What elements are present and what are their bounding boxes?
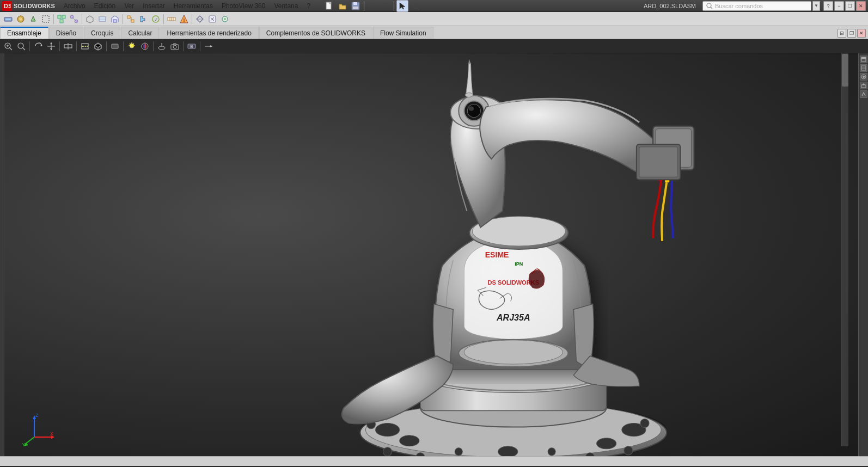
view-sep2 xyxy=(59,41,60,51)
svg-rect-27 xyxy=(127,16,130,19)
search-dropdown[interactable]: ▼ xyxy=(812,1,820,11)
tab-calcular[interactable]: Calcular xyxy=(121,27,159,39)
zoom-select-btn[interactable] xyxy=(409,0,421,12)
search-placeholder: Buscar comandos xyxy=(715,3,763,9)
tab-herramientas-render[interactable]: Herramientas de renderizado xyxy=(160,27,258,39)
side-btn-4[interactable] xyxy=(860,82,867,89)
menu-archivo[interactable]: Archivo xyxy=(59,1,90,11)
tb-assembly1[interactable] xyxy=(56,13,68,25)
svg-point-33 xyxy=(184,21,185,22)
tb-section3[interactable] xyxy=(219,13,231,25)
side-btn-5[interactable] xyxy=(860,90,867,98)
new-btn[interactable] xyxy=(323,0,335,12)
side-btn-2[interactable] xyxy=(860,64,867,72)
view-zoom-fit[interactable] xyxy=(2,40,14,52)
tb-feat3[interactable] xyxy=(27,13,39,25)
tb-smart1[interactable] xyxy=(137,13,149,25)
redo-btn[interactable] xyxy=(380,0,392,12)
svg-marker-7 xyxy=(387,4,389,7)
svg-rect-26 xyxy=(113,20,117,22)
svg-rect-28 xyxy=(131,20,134,22)
menubar: Archivo Edición Ver Insertar Herramienta… xyxy=(58,1,316,11)
tb-section1[interactable] xyxy=(194,13,206,25)
view-toolbar: ⊞ xyxy=(0,39,868,53)
tb-assembly2[interactable] xyxy=(68,13,80,25)
view-rotate[interactable] xyxy=(32,40,44,52)
svg-line-58 xyxy=(133,44,134,44)
svg-text:⊞: ⊞ xyxy=(190,44,193,49)
svg-point-99 xyxy=(468,107,474,111)
help-btn[interactable]: ? xyxy=(823,1,833,11)
restore-btn[interactable]: ❐ xyxy=(845,1,855,11)
view-sep8 xyxy=(200,41,200,51)
tb-feat2[interactable] xyxy=(15,13,27,25)
tb-feat1[interactable] xyxy=(2,13,14,25)
open-btn[interactable] xyxy=(337,0,349,12)
sw-logo-text: SOLIDWORKS xyxy=(14,3,55,9)
solidworks-logo: DS SOLIDWORKS xyxy=(2,1,55,11)
view-zoom-in[interactable] xyxy=(62,40,74,52)
tb-smart2[interactable]: ✓ xyxy=(150,13,162,25)
tb-view2[interactable] xyxy=(96,13,108,25)
search-input[interactable]: Buscar comandos xyxy=(702,1,811,11)
side-btn-3[interactable] xyxy=(860,73,867,81)
view-pan[interactable] xyxy=(45,40,57,52)
view-orient[interactable] xyxy=(92,40,104,52)
tab-croquis[interactable]: Croquis xyxy=(84,27,120,39)
undo-btn[interactable] xyxy=(366,0,378,12)
tb-view1[interactable] xyxy=(84,13,96,25)
svg-rect-125 xyxy=(861,85,866,88)
tb-mate1[interactable] xyxy=(125,13,137,25)
view-extra[interactable] xyxy=(203,40,215,52)
menu-ver[interactable]: Ver xyxy=(120,1,138,11)
menu-herramientas[interactable]: Herramientas xyxy=(169,1,217,11)
svg-rect-5 xyxy=(353,7,358,9)
left-panel xyxy=(0,53,4,456)
tab-diseno[interactable]: Diseño xyxy=(49,27,83,39)
tab-flow-simulation[interactable]: Flow Simulation xyxy=(373,27,433,39)
view-camera[interactable] xyxy=(169,40,181,52)
svg-point-79 xyxy=(455,448,462,456)
save-btn[interactable] xyxy=(350,0,362,12)
view-display[interactable] xyxy=(109,40,121,52)
select-btn[interactable] xyxy=(396,0,408,12)
menu-insertar[interactable]: Insertar xyxy=(138,1,169,11)
svg-marker-47 xyxy=(50,48,52,50)
tb-misc1[interactable] xyxy=(166,13,178,25)
view-section[interactable] xyxy=(79,40,91,52)
view-more[interactable]: ⊞ xyxy=(186,40,198,52)
file-title: ARD_002.SLDASM xyxy=(644,3,696,9)
tab-ensamblaje[interactable]: Ensamblaje xyxy=(0,27,48,39)
svg-text:IPN: IPN xyxy=(515,261,523,267)
menu-ventana[interactable]: Ventana xyxy=(270,1,302,11)
tb-feat4[interactable] xyxy=(40,13,52,25)
svg-line-11 xyxy=(711,7,712,9)
tb-misc2[interactable] xyxy=(178,13,190,25)
tab-area-btn2[interactable]: ❐ xyxy=(847,29,856,38)
menu-help[interactable]: ? xyxy=(302,1,315,11)
close-btn[interactable]: ✕ xyxy=(856,1,866,11)
svg-point-77 xyxy=(383,447,392,456)
view-scene[interactable] xyxy=(156,40,168,52)
scrollbar-thumb[interactable] xyxy=(842,54,848,87)
tab-area-btn1[interactable]: ⊟ xyxy=(838,29,846,38)
view-sep7 xyxy=(183,41,184,51)
tab-area-btn3[interactable]: ✕ xyxy=(857,29,866,38)
tab-complementos[interactable]: Complementos de SOLIDWORKS xyxy=(259,27,372,39)
view-sep6 xyxy=(153,41,154,51)
svg-point-74 xyxy=(597,438,616,449)
view-lights[interactable] xyxy=(126,40,138,52)
side-btn-1[interactable] xyxy=(860,56,867,63)
viewport[interactable]: ESIME IPN DS SOLIDWORKS ARJ35A xyxy=(4,53,858,456)
menu-photoview[interactable]: PhotoView 360 xyxy=(217,1,270,11)
vertical-scrollbar[interactable] xyxy=(841,53,848,446)
view-sep5 xyxy=(123,41,124,51)
view-zoom-area[interactable] xyxy=(15,40,27,52)
menu-edicion[interactable]: Edición xyxy=(90,1,120,11)
view-colors[interactable] xyxy=(139,40,151,52)
svg-text:ESIME: ESIME xyxy=(485,250,509,259)
svg-marker-2 xyxy=(329,2,331,4)
tb-view3[interactable] xyxy=(109,13,121,25)
tb-section2[interactable] xyxy=(206,13,218,25)
minimize-btn[interactable]: − xyxy=(834,1,844,11)
